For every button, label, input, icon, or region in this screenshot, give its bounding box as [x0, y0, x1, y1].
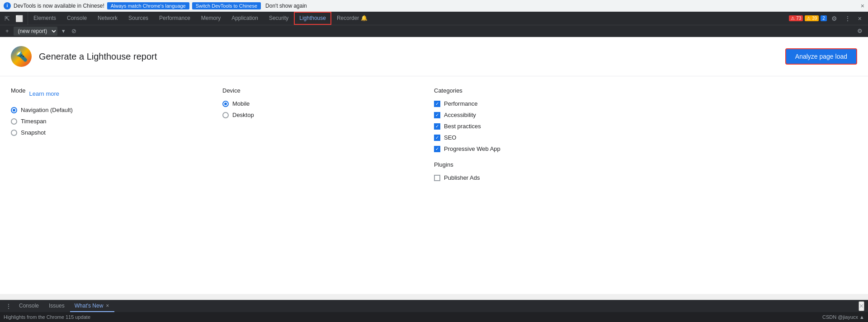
inspect-icon[interactable]: ⇱ — [3, 14, 12, 23]
mode-navigation-radio[interactable] — [11, 107, 17, 113]
tab-security[interactable]: Security — [264, 12, 294, 25]
tab-console[interactable]: Console — [61, 12, 92, 25]
mode-timespan-label: Timespan — [21, 118, 47, 125]
plugins-label: Plugins — [434, 161, 646, 168]
close-devtools-button[interactable]: × — [855, 14, 864, 23]
notification-close-button[interactable]: × — [861, 3, 864, 9]
category-pwa-label: Progressive Web App — [444, 145, 500, 152]
tab-sources[interactable]: Sources — [123, 12, 154, 25]
tab-network[interactable]: Network — [92, 12, 123, 25]
switch-devtools-button[interactable]: Switch DevTools to Chinese — [192, 2, 261, 9]
tab-performance[interactable]: Performance — [154, 12, 196, 25]
device-column: Device Mobile Desktop — [222, 87, 434, 186]
category-best-practices-label: Best practices — [444, 123, 481, 130]
settings-button[interactable]: ⚙ — [829, 14, 840, 23]
mode-column: Mode Learn more Navigation (Default) Tim… — [11, 87, 222, 186]
category-seo-row: SEO — [434, 134, 646, 141]
toolbar-dropdown-button[interactable]: ▾ — [60, 27, 67, 35]
category-seo-checkbox[interactable] — [434, 135, 440, 141]
bottom-status-right: CSDN @jiayucx ▲ — [822, 314, 864, 320]
match-language-button[interactable]: Always match Chrome's language — [107, 2, 189, 9]
tab-application[interactable]: Application — [226, 12, 264, 25]
device-desktop-radio[interactable] — [222, 112, 229, 118]
learn-more-link[interactable]: Learn more — [29, 90, 59, 97]
plugin-publisher-ads-row: Publisher Ads — [434, 174, 646, 181]
bottom-panel: ⋮ Console Issues What's New × × Highligh… — [0, 300, 868, 322]
bottom-tab-console[interactable]: Console — [14, 300, 43, 312]
category-best-practices-checkbox[interactable] — [434, 123, 440, 130]
category-accessibility-checkbox[interactable] — [434, 112, 440, 118]
info-badge: 2 — [821, 15, 827, 21]
device-label: Device — [222, 87, 434, 94]
bottom-menu-icon[interactable]: ⋮ — [4, 303, 14, 310]
plugin-publisher-ads-label: Publisher Ads — [444, 174, 480, 181]
category-performance-checkbox[interactable] — [434, 101, 440, 107]
tab-memory[interactable]: Memory — [196, 12, 226, 25]
tab-icon-group: ⇱ ⬜ — [0, 12, 28, 25]
devtools-tab-bar: ⇱ ⬜ Elements Console Network Sources Per… — [0, 12, 868, 25]
bottom-panel-close-button[interactable]: × — [859, 301, 864, 311]
tab-list: Elements Console Network Sources Perform… — [28, 12, 373, 25]
dismiss-link[interactable]: Don't show again — [265, 3, 307, 9]
category-accessibility-label: Accessibility — [444, 112, 476, 118]
mode-snapshot-row: Snapshot — [11, 129, 222, 136]
toolbar-gear-button[interactable]: ⚙ — [855, 27, 864, 35]
more-tabs-button[interactable]: ⋮ — [842, 14, 854, 23]
report-selector[interactable]: (new report) — [14, 27, 57, 36]
categories-column: Categories Performance Accessibility Bes… — [434, 87, 646, 186]
clear-report-button[interactable]: ⊘ — [70, 27, 78, 35]
bottom-tab-bar: ⋮ Console Issues What's New × × — [0, 300, 868, 312]
category-performance-row: Performance — [434, 100, 646, 107]
lighthouse-title: Generate a Lighthouse report — [39, 51, 157, 62]
mode-navigation-label: Navigation (Default) — [21, 107, 73, 113]
tab-recorder[interactable]: Recorder 🔔 — [331, 12, 373, 25]
error-badge: ⚠ 73 — [789, 15, 803, 21]
categories-label: Categories — [434, 87, 646, 94]
mode-timespan-row: Timespan — [11, 118, 222, 125]
device-mobile-label: Mobile — [232, 100, 250, 107]
category-pwa-row: Progressive Web App — [434, 145, 646, 152]
tab-lighthouse[interactable]: Lighthouse — [294, 12, 331, 25]
category-seo-label: SEO — [444, 134, 456, 141]
category-best-practices-row: Best practices — [434, 123, 646, 130]
warning-badge: ⚠ 39 — [805, 15, 819, 21]
tab-elements[interactable]: Elements — [28, 12, 61, 25]
bottom-tab-issues[interactable]: Issues — [44, 300, 69, 312]
tab-right-group: ⚠ 73 ⚠ 39 2 ⚙ ⋮ × — [785, 12, 868, 25]
whats-new-close-icon[interactable]: × — [105, 303, 110, 309]
new-report-add-button[interactable]: + — [4, 27, 11, 35]
mode-navigation-row: Navigation (Default) — [11, 107, 222, 113]
plugin-publisher-ads-checkbox[interactable] — [434, 175, 440, 181]
device-mobile-radio[interactable] — [222, 101, 229, 107]
analyze-page-load-button[interactable]: Analyze page load — [785, 48, 857, 65]
bottom-status-bar: Highlights from the Chrome 115 update CS… — [0, 312, 868, 322]
lighthouse-options: Mode Learn more Navigation (Default) Tim… — [0, 76, 868, 186]
device-desktop-row: Desktop — [222, 112, 434, 118]
lighthouse-logo: 🔦 — [11, 46, 32, 67]
lighthouse-toolbar: + (new report) ▾ ⊘ ⚙ — [0, 25, 868, 37]
bottom-tab-whats-new[interactable]: What's New × — [70, 300, 115, 312]
notification-bar: i DevTools is now available in Chinese! … — [0, 0, 868, 12]
device-mobile-row: Mobile — [222, 100, 434, 107]
category-pwa-checkbox[interactable] — [434, 146, 440, 152]
mode-label: Mode — [11, 87, 26, 94]
category-performance-label: Performance — [444, 100, 477, 107]
notification-icon: i — [4, 2, 11, 9]
mode-snapshot-radio[interactable] — [11, 130, 17, 136]
lighthouse-header: 🔦 Generate a Lighthouse report Analyze p… — [0, 37, 868, 76]
device-toolbar-icon[interactable]: ⬜ — [14, 14, 25, 23]
lighthouse-main-content: 🔦 Generate a Lighthouse report Analyze p… — [0, 37, 868, 294]
empty-column — [646, 87, 857, 186]
mode-snapshot-label: Snapshot — [21, 129, 46, 136]
notification-text: DevTools is now available in Chinese! — [14, 3, 104, 9]
mode-timespan-radio[interactable] — [11, 118, 17, 125]
device-desktop-label: Desktop — [232, 112, 254, 118]
bottom-status-text: Highlights from the Chrome 115 update — [4, 314, 90, 320]
category-accessibility-row: Accessibility — [434, 112, 646, 118]
